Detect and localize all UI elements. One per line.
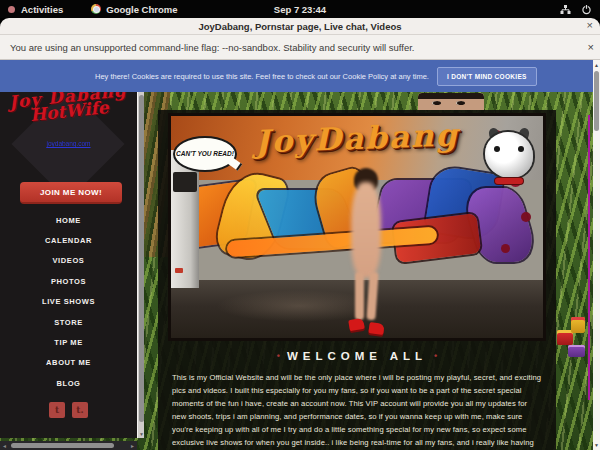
- scroll-down-icon[interactable]: ▼: [138, 431, 145, 437]
- hero-image: JoyDabang CAN'T YOU READ!: [168, 113, 546, 341]
- window-close-icon[interactable]: ×: [587, 19, 593, 31]
- cookie-notice-bar: Hey there! Cookies are required to use t…: [0, 60, 593, 92]
- model-figure-image: [343, 168, 391, 338]
- gift-box-decor: [571, 317, 585, 333]
- sidebar-vertical-scrollbar[interactable]: ▼: [137, 92, 144, 438]
- sidebar-horizontal-scrollbar-thumb[interactable]: [11, 443, 114, 448]
- sidebar-item-photos[interactable]: PHOTOS: [0, 271, 137, 291]
- sidebar-item-live-shows[interactable]: LIVE SHOWS: [0, 292, 137, 312]
- truck-light: [175, 268, 183, 273]
- figure-body: [351, 182, 381, 278]
- scroll-left-icon[interactable]: ◄: [0, 443, 9, 449]
- twitter-icon[interactable]: t: [49, 402, 65, 418]
- sidebar-item-home[interactable]: HOME: [0, 210, 137, 230]
- sidebar-item-blog[interactable]: BLOG: [0, 373, 137, 393]
- power-icon[interactable]: [581, 4, 592, 15]
- dog-eye: [494, 146, 500, 152]
- flag-warning-message: You are using an unsupported command-lin…: [10, 42, 415, 53]
- activities-label: Activities: [21, 4, 63, 15]
- face-eye: [432, 101, 441, 105]
- welcome-heading-text: WELCOME ALL: [287, 350, 427, 362]
- sidebar: Joy Dabang HotWife joydabang.com JOIN ME…: [0, 92, 137, 438]
- window-title: JoyDabang, Pornstar page, Live chat, Vid…: [198, 21, 401, 32]
- sidebar-item-videos[interactable]: VIDEOS: [0, 251, 137, 271]
- accept-cookies-button[interactable]: I DON'T MIND COOKIES: [437, 67, 537, 86]
- gift-box-decor: [568, 345, 585, 357]
- heading-dot-icon: •: [277, 351, 280, 361]
- red-heel: [348, 318, 365, 331]
- dog-head: [485, 132, 533, 178]
- scroll-right-icon[interactable]: ►: [128, 443, 137, 449]
- heading-dot-icon: •: [434, 351, 437, 361]
- sidebar-vertical-scrollbar-thumb[interactable]: [139, 95, 144, 422]
- focused-app-menu[interactable]: Google Chrome: [91, 4, 177, 15]
- screen: Activities Google Chrome Sep 7 23:44 Joy…: [0, 0, 600, 450]
- figure-leg: [366, 272, 378, 321]
- sidebar-item-calendar[interactable]: CALENDAR: [0, 230, 137, 250]
- flag-warning-bar: You are using an unsupported command-lin…: [0, 35, 600, 60]
- sidebar-menu: HOME CALENDAR VIDEOS PHOTOS LIVE SHOWS S…: [0, 210, 137, 394]
- logo-link[interactable]: joydabang.com: [0, 140, 137, 147]
- gnome-top-bar: Activities Google Chrome Sep 7 23:44: [0, 0, 600, 18]
- bulldog-graffiti-icon: [481, 128, 537, 186]
- scroll-down-icon[interactable]: ▼: [593, 442, 600, 448]
- red-heel: [368, 322, 384, 335]
- app-name-label: Google Chrome: [106, 4, 177, 15]
- dog-eye: [518, 146, 524, 152]
- truck-window: [173, 172, 197, 192]
- sidebar-item-store[interactable]: STORE: [0, 312, 137, 332]
- sidebar-item-tip-me[interactable]: TIP ME: [0, 332, 137, 352]
- network-icon[interactable]: [560, 4, 571, 15]
- main-content-panel: JoyDabang CAN'T YOU READ! •WELCOM: [158, 110, 556, 450]
- dog-collar: [495, 178, 523, 184]
- graffiti-dot: [521, 212, 531, 222]
- flag-warning-close-icon[interactable]: ×: [588, 41, 594, 53]
- background-face-image: [418, 93, 484, 110]
- chrome-icon: [91, 4, 101, 14]
- sidebar-horizontal-scrollbar[interactable]: ◄ ►: [0, 441, 137, 450]
- speech-bubble: CAN'T YOU READ!: [173, 136, 237, 172]
- page-vertical-scrollbar[interactable]: ▲ ▼: [593, 60, 600, 450]
- welcome-heading: •WELCOME ALL•: [158, 350, 556, 362]
- notification-dot-icon: [8, 6, 15, 13]
- activities-button[interactable]: Activities: [8, 4, 63, 15]
- figure-leg: [355, 272, 364, 320]
- background-purple-stripe: [588, 115, 590, 400]
- face-eye: [456, 101, 465, 105]
- face-hair: [418, 93, 484, 99]
- join-me-now-button[interactable]: JOIN ME NOW!: [20, 182, 122, 204]
- scroll-up-icon[interactable]: ▲: [593, 62, 600, 68]
- social-links: t t.: [0, 402, 137, 418]
- welcome-paragraph: This is my Official Website and will be …: [172, 372, 542, 450]
- window-title-bar[interactable]: JoyDabang, Pornstar page, Live chat, Vid…: [0, 18, 600, 35]
- sidebar-item-about-me[interactable]: ABOUT ME: [0, 353, 137, 373]
- page-scrollbar-thumb[interactable]: [594, 71, 599, 131]
- tumblr-icon[interactable]: t.: [72, 402, 88, 418]
- clock[interactable]: Sep 7 23:44: [0, 4, 600, 15]
- graffiti-dot: [501, 244, 510, 253]
- cookie-message: Hey there! Cookies are required to use t…: [95, 72, 429, 81]
